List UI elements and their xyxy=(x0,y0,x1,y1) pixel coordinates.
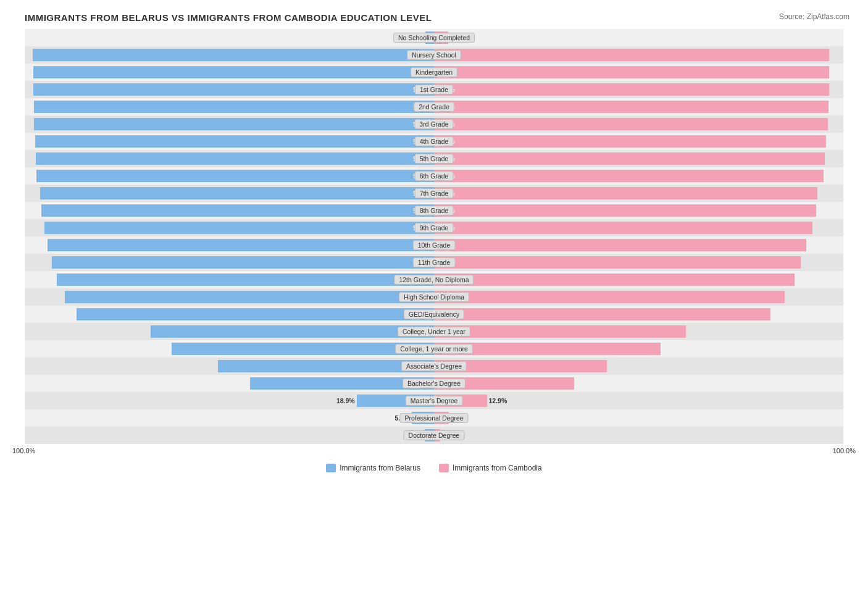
center-label: No Schooling Completed xyxy=(393,33,475,43)
left-bar-container: 69.2% xyxy=(25,323,434,340)
right-bar-container: 88.1% xyxy=(434,271,843,288)
chart-title: IMMIGRANTS FROM BELARUS VS IMMIGRANTS FR… xyxy=(25,12,856,23)
left-bar-container: 92.2% xyxy=(25,271,434,288)
right-bar-container: 12.9% xyxy=(434,392,843,409)
left-bar: 97.8% xyxy=(34,101,434,113)
source-label: Source: ZipAtlas.com xyxy=(779,12,849,21)
right-bar: 93.7% xyxy=(434,187,817,199)
right-bar-container: 34.2% xyxy=(434,375,843,392)
center-label: Master's Degree xyxy=(406,396,463,406)
axis-right: 100.0% xyxy=(833,447,856,454)
bar-row: 5.5%3.6%Professional Degree xyxy=(25,409,843,427)
left-bar-value: 18.9% xyxy=(336,397,357,404)
left-bar: 97.9% xyxy=(33,66,434,78)
bar-row: 95.2%92.4%9th Grade xyxy=(25,219,843,236)
left-bar: 96.3% xyxy=(40,187,434,199)
right-bar-container: 3.5% xyxy=(434,29,843,46)
right-bar: 92.4% xyxy=(434,222,812,234)
legend: Immigrants from Belarus Immigrants from … xyxy=(12,464,856,472)
right-bar-container: 89.6% xyxy=(434,254,843,271)
left-bar-container: 97.3% xyxy=(25,150,434,167)
left-bar-container: 5.5% xyxy=(25,409,434,427)
legend-item-belarus: Immigrants from Belarus xyxy=(326,464,420,472)
left-bar: 92.2% xyxy=(57,274,434,286)
center-label: 3rd Grade xyxy=(414,119,453,129)
left-bar: 94.4% xyxy=(48,239,434,251)
left-bar: 95.2% xyxy=(44,222,434,234)
center-label: 6th Grade xyxy=(415,171,454,181)
legend-label-cambodia: Immigrants from Cambodia xyxy=(453,464,542,472)
right-bar: 95.2% xyxy=(434,170,824,182)
right-bar-container: 96.5% xyxy=(434,64,843,81)
right-bar-container: 96.5% xyxy=(434,46,843,64)
right-bar: 85.6% xyxy=(434,291,785,303)
legend-label-belarus: Immigrants from Belarus xyxy=(340,464,420,472)
right-bar-container: 61.5% xyxy=(434,323,843,340)
chart-container: IMMIGRANTS FROM BELARUS VS IMMIGRANTS FR… xyxy=(0,0,868,509)
left-bar-container: 2.1% xyxy=(25,29,434,46)
legend-box-cambodia xyxy=(439,464,449,472)
right-bar-container: 95.2% xyxy=(434,167,843,185)
left-bar-container: 94.4% xyxy=(25,236,434,254)
right-bar: 82.2% xyxy=(434,308,770,320)
left-bar-container: 95.2% xyxy=(25,219,434,236)
right-bar-container: 55.4% xyxy=(434,340,843,357)
center-label: 9th Grade xyxy=(415,223,454,233)
right-bar: 61.5% xyxy=(434,325,686,338)
bar-row: 87.3%82.2%GED/Equivalency xyxy=(25,306,843,323)
left-bar-container: 52.8% xyxy=(25,357,434,375)
right-bar-container: 85.6% xyxy=(434,288,843,306)
right-bar-container: 93.7% xyxy=(434,185,843,202)
center-label: College, 1 year or more xyxy=(395,344,473,354)
left-bar: 69.2% xyxy=(151,325,434,338)
right-bar: 93.3% xyxy=(434,204,816,217)
left-bar: 97.1% xyxy=(36,170,434,182)
left-bar-container: 97.9% xyxy=(25,64,434,81)
center-label: Professional Degree xyxy=(399,413,468,423)
right-bar: 90.9% xyxy=(434,239,806,251)
right-bar-container: 90.9% xyxy=(434,236,843,254)
left-bar-container: 96.0% xyxy=(25,202,434,219)
legend-item-cambodia: Immigrants from Cambodia xyxy=(439,464,542,472)
left-bar: 97.5% xyxy=(35,135,434,148)
axis-left: 100.0% xyxy=(12,447,35,454)
bar-row: 52.8%42.3%Associate's Degree xyxy=(25,357,843,375)
right-bar: 96.5% xyxy=(434,83,829,96)
center-label: 4th Grade xyxy=(415,136,454,146)
center-label: 10th Grade xyxy=(413,240,456,250)
bar-row: 97.7%96.2%3rd Grade xyxy=(25,115,843,133)
bar-row: 18.9%12.9%Master's Degree xyxy=(25,392,843,409)
center-label: GED/Equivalency xyxy=(404,309,464,319)
right-bar-container: 1.5% xyxy=(434,427,843,444)
left-bar: 93.3% xyxy=(52,256,434,269)
center-label: 12th Grade, No Diploma xyxy=(394,275,474,285)
axis-row: 100.0% 100.0% xyxy=(12,447,856,454)
bar-row: 92.2%88.1%12th Grade, No Diploma xyxy=(25,271,843,288)
center-label: 11th Grade xyxy=(413,257,456,267)
right-bar-container: 93.3% xyxy=(434,202,843,219)
center-label: 7th Grade xyxy=(415,188,454,198)
center-label: Kindergarten xyxy=(411,67,457,77)
bar-row: 64.1%55.4%College, 1 year or more xyxy=(25,340,843,357)
right-bar-value: 12.9% xyxy=(487,397,507,404)
right-bar: 96.2% xyxy=(434,118,828,130)
center-label: 2nd Grade xyxy=(414,102,454,112)
right-bar-container: 3.6% xyxy=(434,409,843,427)
center-label: 8th Grade xyxy=(415,206,454,215)
bar-row: 96.0%93.3%8th Grade xyxy=(25,202,843,219)
bar-row: 45.0%34.2%Bachelor's Degree xyxy=(25,375,843,392)
bar-row: 97.9%96.5%Kindergarten xyxy=(25,64,843,81)
right-bar-container: 92.4% xyxy=(434,219,843,236)
right-bar-container: 82.2% xyxy=(434,306,843,323)
left-bar-container: 45.0% xyxy=(25,375,434,392)
legend-box-belarus xyxy=(326,464,336,472)
left-bar: 96.0% xyxy=(41,204,434,217)
right-bar-container: 42.3% xyxy=(434,357,843,375)
left-bar-container: 97.7% xyxy=(25,115,434,133)
bar-row: 97.9%96.5%1st Grade xyxy=(25,81,843,98)
bar-row: 97.8%96.4%2nd Grade xyxy=(25,98,843,115)
center-label: Doctorate Degree xyxy=(404,430,465,440)
right-bar: 95.8% xyxy=(434,135,826,148)
left-bar: 97.7% xyxy=(34,118,434,130)
bar-row: 2.1%3.5%No Schooling Completed xyxy=(25,29,843,46)
